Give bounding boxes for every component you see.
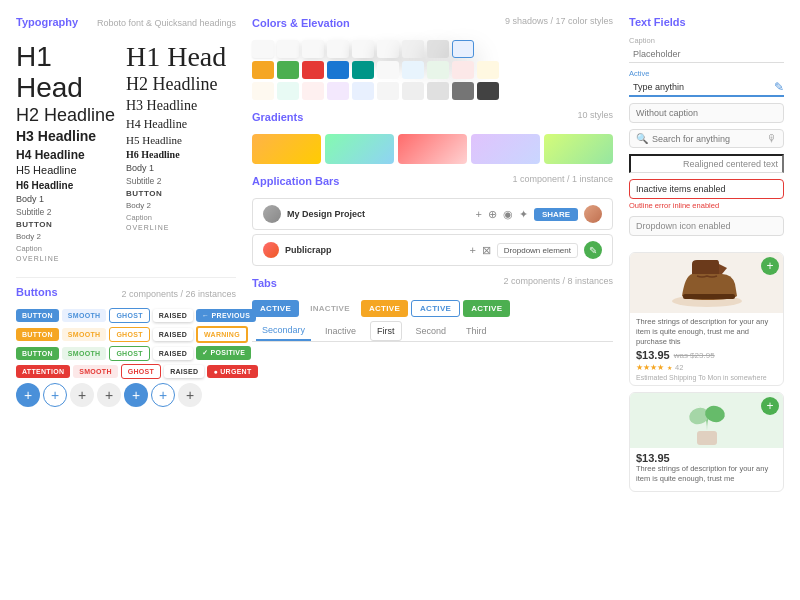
fab-outline-plus[interactable]: + [43, 383, 67, 407]
product-add-btn-2[interactable]: + [761, 397, 779, 415]
btn-danger[interactable]: ATTENTION [16, 365, 70, 378]
btn-row-success: BUTTON SMOOTH GHOST RAISED ✓ POSITIVE [16, 346, 236, 361]
tab-active-orange[interactable]: ACTIVE [361, 300, 408, 317]
btn-success-raised[interactable]: RAISED [153, 347, 193, 360]
link-icon[interactable]: ⊕ [488, 208, 497, 221]
edit-button[interactable]: ✎ [584, 241, 602, 259]
subtitle2-quicksand: Subtitle 2 [126, 175, 236, 188]
share-icon[interactable]: ✦ [519, 208, 528, 221]
shadow-swatch-7 [402, 40, 424, 58]
colors-section: Colors & Elevation 9 shadows / 17 color … [252, 16, 613, 100]
appbar-title-2: Publicrapp [285, 245, 463, 255]
tab-secondary[interactable]: Secondary [256, 321, 311, 341]
plus-icon-2[interactable]: + [469, 244, 475, 256]
colors-header: Colors & Elevation 9 shadows / 17 color … [252, 16, 613, 34]
product-half-star: ★ [667, 364, 672, 371]
overline-quicksand: OVERLINE [126, 223, 236, 234]
tab-first[interactable]: First [370, 321, 402, 341]
product-desc-1: Three strings of description for your an… [636, 317, 777, 346]
gradients-subtitle: 10 styles [577, 110, 613, 120]
text-fields-title: Text Fields [629, 16, 784, 28]
tab-third[interactable]: Third [460, 321, 493, 341]
plant-image [677, 396, 737, 446]
buttons-title: Buttons [16, 286, 58, 298]
trash-icon[interactable]: ⊠ [482, 244, 491, 257]
tf-without-caption-input[interactable] [629, 103, 784, 123]
tab-second[interactable]: Second [410, 321, 453, 341]
product-old-price-1: was $23.95 [674, 351, 715, 360]
btn-smooth-blue[interactable]: SMOOTH [62, 309, 107, 322]
product-add-btn-1[interactable]: + [761, 257, 779, 275]
fab-gray-plus[interactable]: + [70, 383, 94, 407]
appbar-1: My Design Project + ⊕ ◉ ✦ SHARE [252, 198, 613, 230]
typography-title: Typography [16, 16, 78, 28]
tab-active-outlined[interactable]: Active [411, 300, 460, 317]
product-stars: ★★★★ [636, 363, 664, 372]
btn-warning-ghost[interactable]: GHOST [109, 327, 149, 342]
tf-dropdown-select[interactable]: Dropdown icon enabled [629, 216, 784, 236]
tf-caption-label: Caption [629, 36, 784, 45]
btn-success-positive[interactable]: ✓ POSITIVE [196, 346, 251, 360]
btn-success[interactable]: BUTTON [16, 347, 59, 360]
btn-danger-smooth[interactable]: SMOOTH [73, 365, 118, 378]
color-blue [327, 61, 349, 79]
fab-outline-plus-2[interactable]: + [151, 383, 175, 407]
btn-raised[interactable]: RAISED [153, 309, 193, 322]
tab-inactive-2[interactable]: Inactive [319, 321, 362, 341]
btn-success-smooth[interactable]: SMOOTH [62, 347, 107, 360]
caption-quicksand: Caption [126, 212, 236, 223]
color-red [302, 61, 324, 79]
btn-warning-outline[interactable]: WARNING [196, 326, 248, 343]
gradient-red [398, 134, 467, 164]
tabs-subtitle: 2 components / 8 instances [503, 276, 613, 286]
tabs-section: Tabs 2 components / 8 instances ACTIVE I… [252, 276, 613, 342]
color-teal [352, 61, 374, 79]
body1-roboto: Body 1 [16, 193, 126, 207]
share-button[interactable]: SHARE [534, 208, 578, 221]
btn-button-blue[interactable]: BUTTON [16, 309, 59, 322]
tf-raligned-input[interactable] [629, 154, 784, 173]
btn-success-ghost[interactable]: GHOST [109, 346, 149, 361]
tf-placeholder-input[interactable] [629, 46, 784, 63]
fab-blue-plus[interactable]: + [16, 383, 40, 407]
caption-roboto: Caption [16, 243, 126, 254]
tab-active-green[interactable]: Active [463, 300, 510, 317]
h4-quicksand: H4 Headline [126, 116, 236, 133]
tab-active-1[interactable]: ACTIVE [252, 300, 299, 317]
tf-error-input[interactable] [629, 179, 784, 199]
gradient-orange [252, 134, 321, 164]
btn-danger-urgent[interactable]: ● URGENT [207, 365, 257, 378]
btn-warning-raised[interactable]: RAISED [153, 328, 193, 341]
tf-active-input[interactable] [629, 79, 774, 95]
btn-danger-ghost[interactable]: GHOST [121, 364, 161, 379]
btn-warning-smooth[interactable]: SMOOTH [62, 328, 107, 341]
button-typo-quicksand: BUTTON [126, 188, 236, 200]
btn-warning[interactable]: BUTTON [16, 328, 59, 341]
color-gray1 [377, 82, 399, 100]
tab-inactive-1[interactable]: INACTIVE [302, 300, 358, 317]
button-typo: BUTTON [16, 219, 126, 231]
product-price-1: $13.95 [636, 349, 670, 361]
body2-quicksand: Body 2 [126, 200, 236, 212]
color-lightgreen [427, 61, 449, 79]
divider-1 [16, 277, 236, 278]
btn-danger-raised[interactable]: RAISED [164, 365, 204, 378]
text-fields-section: Text Fields Caption Active ✎ 🔍 🎙 Outline… [629, 16, 784, 244]
shadow-swatch-3 [302, 40, 324, 58]
body2-roboto: Body 2 [16, 231, 126, 243]
eye-icon[interactable]: ◉ [503, 208, 513, 221]
btn-prev[interactable]: ← PREVIOUS [196, 309, 256, 322]
fab-blue-filled[interactable]: + [124, 383, 148, 407]
btn-row-danger: ATTENTION SMOOTH GHOST RAISED ● URGENT [16, 364, 236, 379]
fab-gray-plus-2[interactable]: + [97, 383, 121, 407]
middle-column: Colors & Elevation 9 shadows / 17 color … [252, 16, 613, 584]
fab-gray-plus-3[interactable]: + [178, 383, 202, 407]
appbars-title: Application Bars [252, 175, 339, 187]
tf-search-input[interactable] [652, 134, 767, 144]
typography-section: Typography Roboto font & Quicksand headi… [16, 16, 236, 265]
btn-ghost-blue[interactable]: GHOST [109, 308, 149, 323]
shadow-swatch-4 [327, 40, 349, 58]
appbar-dropdown[interactable]: Dropdown element [497, 243, 578, 258]
plus-icon[interactable]: + [476, 208, 482, 220]
buttons-subtitle: 2 components / 26 instances [121, 289, 236, 299]
